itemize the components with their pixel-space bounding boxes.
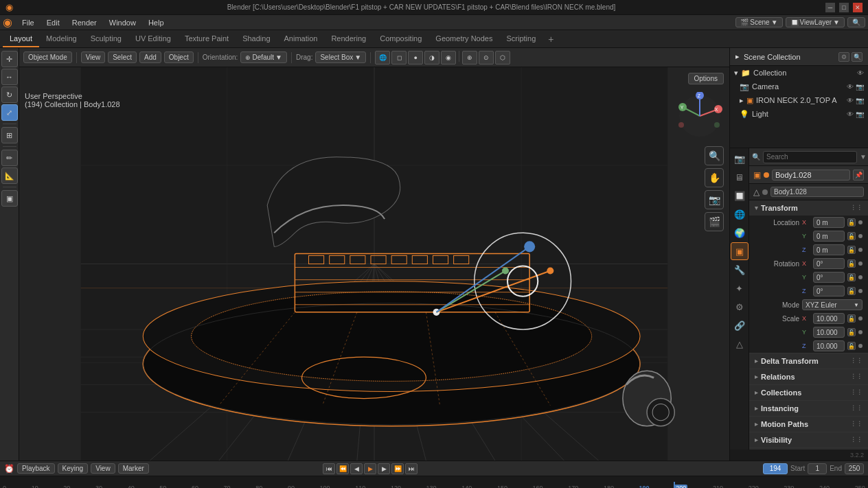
end-frame-input[interactable]: 250	[845, 463, 864, 474]
scale-z-field[interactable]: 10.000	[813, 340, 845, 351]
location-x-field[interactable]: 0 m	[813, 217, 845, 228]
outliner-item-iron-neck[interactable]: ▸ ▣ IRON NECK 2.0_TOP A 👁 📷	[730, 93, 868, 107]
view-layer-selector[interactable]: 🔲ViewLayer▼	[786, 17, 845, 27]
tab-rendering[interactable]: Rendering	[324, 30, 373, 47]
outliner-filter-btn[interactable]: ⚙	[838, 52, 849, 62]
rotation-z-lock[interactable]: 🔓	[847, 287, 856, 295]
search-filter-btn[interactable]: ▼	[860, 153, 867, 161]
transform-section-header[interactable]: ▾ Transform ⋮⋮	[749, 200, 868, 216]
object-name-field[interactable]: Body1.028	[772, 170, 850, 181]
zoom-in-tool[interactable]: 🔍	[705, 146, 724, 165]
camera-render-icon[interactable]: 📷	[856, 83, 864, 91]
tab-geometry-nodes[interactable]: Geometry Nodes	[429, 30, 499, 47]
start-frame-input[interactable]: 1	[808, 463, 827, 474]
modifier-props-icon[interactable]: 🔧	[731, 261, 749, 279]
cursor-tool[interactable]: ✛	[1, 51, 18, 67]
view-menu[interactable]: View	[81, 51, 106, 63]
menu-file[interactable]: File	[16, 17, 40, 28]
minimize-button[interactable]: ─	[825, 3, 835, 12]
view-layer-props-icon[interactable]: 🔲	[731, 187, 749, 205]
menu-edit[interactable]: Edit	[41, 17, 65, 28]
menu-help[interactable]: Help	[143, 17, 170, 28]
current-frame-display[interactable]: 194	[763, 463, 788, 474]
viewport-area[interactable]: Object Mode View Select Add Object Orien…	[19, 48, 729, 461]
next-keyframe-btn[interactable]: ▶	[378, 463, 390, 474]
location-y-field[interactable]: 0 m	[813, 231, 845, 242]
outliner-item-camera[interactable]: 📷 Camera 👁 📷	[730, 80, 868, 93]
tab-uv-editing[interactable]: UV Editing	[128, 30, 178, 47]
location-y-lock[interactable]: 🔓	[847, 232, 856, 240]
view-menu-timeline[interactable]: View	[91, 463, 115, 474]
eye-icon[interactable]: 👁	[857, 69, 864, 77]
tab-modeling[interactable]: Modeling	[39, 30, 84, 47]
transform-tool[interactable]: ⊞	[1, 127, 18, 143]
constraints-props-icon[interactable]: 🔗	[731, 316, 749, 334]
next-frame-btn[interactable]: ⏩	[391, 463, 404, 474]
add-menu[interactable]: Add	[139, 51, 161, 63]
jump-end-btn[interactable]: ⏭	[405, 463, 418, 474]
delta-transform-header[interactable]: ▸ Delta Transform ⋮⋮	[749, 353, 868, 369]
scale-tool[interactable]: ⤢	[1, 104, 18, 121]
scene-selector[interactable]: 🎬Scene▼	[735, 17, 782, 27]
tab-scripting[interactable]: Scripting	[499, 30, 542, 47]
play-btn[interactable]: ▶	[364, 463, 376, 474]
location-z-lock[interactable]: 🔓	[847, 246, 856, 254]
physics-props-icon[interactable]: ⚙	[731, 298, 749, 316]
rotation-z-field[interactable]: 0°	[813, 286, 845, 297]
move-tool[interactable]: ↔	[1, 69, 18, 85]
maximize-button[interactable]: □	[839, 3, 849, 12]
tab-texture-paint[interactable]: Texture Paint	[178, 30, 236, 47]
viewport-shading-wire[interactable]: ◻	[391, 51, 407, 65]
orientation-dropdown[interactable]: ⊕ Default ▼	[240, 51, 287, 63]
location-z-field[interactable]: 0 m	[813, 244, 845, 255]
outliner-item-collection[interactable]: ▾ 📁 Collection 👁	[730, 66, 868, 80]
scale-x-field[interactable]: 10.000	[813, 313, 845, 324]
show-xray-toggle[interactable]: ⬡	[495, 51, 510, 65]
data-props-icon[interactable]: △	[731, 335, 749, 353]
global-local-toggle[interactable]: 🌐	[375, 51, 390, 65]
tab-layout[interactable]: Layout	[3, 30, 39, 47]
marker-menu[interactable]: Marker	[118, 463, 149, 474]
object-props-icon[interactable]: ▣	[731, 242, 749, 260]
rotate-tool[interactable]: ↻	[1, 86, 18, 103]
outliner-item-light[interactable]: 💡 Light 👁 📷	[730, 107, 868, 121]
relations-header[interactable]: ▸ Relations ⋮⋮	[749, 369, 868, 384]
scale-z-lock[interactable]: 🔓	[847, 342, 856, 350]
tab-compositing[interactable]: Compositing	[373, 30, 429, 47]
zoom-extent-tool[interactable]: ✋	[705, 168, 724, 187]
output-props-icon[interactable]: 🖥	[731, 168, 749, 186]
show-overlays-toggle[interactable]: ⊙	[479, 51, 494, 65]
rotation-y-field[interactable]: 0°	[813, 272, 845, 283]
pin-object-btn[interactable]: 📌	[853, 170, 864, 181]
menu-render[interactable]: Render	[67, 17, 102, 28]
camera-tool[interactable]: 📷	[705, 190, 724, 209]
render-props-icon[interactable]: 📷	[731, 150, 749, 167]
iron-neck-eye-icon[interactable]: 👁	[847, 97, 854, 104]
scale-y-field[interactable]: 10.000	[813, 327, 845, 338]
object-menu[interactable]: Object	[164, 51, 194, 63]
scene-props-icon[interactable]: 🌐	[731, 205, 749, 223]
rotation-mode-dropdown[interactable]: XYZ Euler ▼	[802, 299, 863, 310]
scale-y-lock[interactable]: 🔓	[847, 328, 856, 336]
outliner-search-btn[interactable]: 🔍	[852, 52, 863, 62]
light-render-icon[interactable]: 📷	[856, 111, 864, 118]
viewport-shading-rendered[interactable]: ◉	[441, 51, 456, 65]
scale-x-lock[interactable]: 🔓	[847, 314, 856, 323]
options-button[interactable]: Options	[688, 73, 724, 84]
collections-header[interactable]: ▸ Collections ⋮⋮	[749, 385, 868, 400]
rotation-y-lock[interactable]: 🔓	[847, 273, 856, 281]
tab-shading[interactable]: Shading	[236, 30, 277, 47]
instancing-header[interactable]: ▸ Instancing ⋮⋮	[749, 401, 868, 416]
close-button[interactable]: ✕	[853, 3, 863, 12]
viewport-shading-solid[interactable]: ●	[408, 51, 423, 65]
keying-menu[interactable]: Keying	[58, 463, 89, 474]
mesh-name-field[interactable]: Body1.028	[770, 187, 864, 197]
render-preview-tool[interactable]: 🎬	[705, 212, 724, 231]
properties-search-input[interactable]	[763, 151, 857, 163]
motion-paths-header[interactable]: ▸ Motion Paths ⋮⋮	[749, 417, 868, 432]
camera-eye-icon[interactable]: 👁	[847, 83, 854, 91]
world-props-icon[interactable]: 🌍	[731, 224, 749, 242]
particles-props-icon[interactable]: ✦	[731, 279, 749, 297]
prev-keyframe-btn[interactable]: ◀	[350, 463, 363, 474]
measure-tool[interactable]: 📐	[1, 167, 18, 184]
